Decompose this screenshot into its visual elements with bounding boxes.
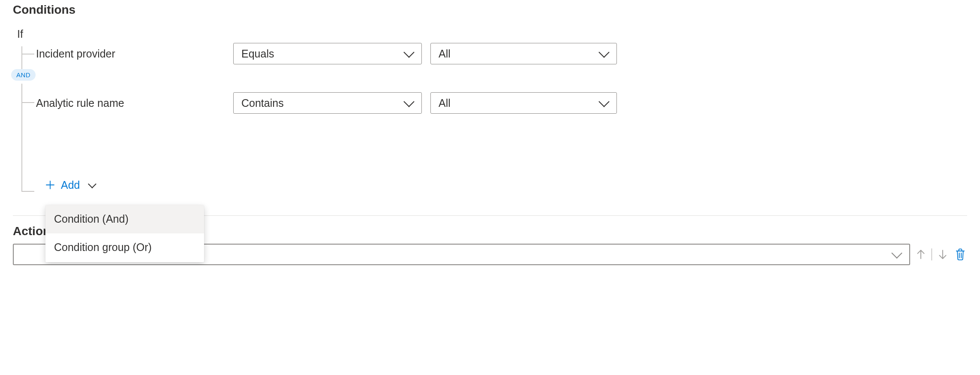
plus-icon	[45, 180, 55, 190]
condition-operator-select[interactable]: Equals	[233, 43, 422, 64]
if-label: If	[17, 27, 967, 41]
delete-action-button[interactable]	[953, 247, 967, 262]
menu-item-condition-group-or[interactable]: Condition group (Or)	[45, 233, 204, 262]
condition-field-label: Incident provider	[36, 47, 225, 61]
move-action-up-button[interactable]	[914, 247, 927, 262]
tree-line-h-2	[21, 102, 34, 103]
condition-operator-value: Equals	[241, 47, 274, 61]
tree-line-h-1	[21, 54, 34, 54]
add-condition-button[interactable]: Add	[21, 178, 967, 192]
chevron-down-icon	[88, 180, 97, 188]
condition-value: All	[439, 96, 451, 110]
add-condition-menu: Condition (And) Condition group (Or)	[45, 205, 204, 262]
tree-line-vertical-top	[21, 46, 22, 69]
chevron-down-icon	[403, 96, 414, 107]
condition-value-select[interactable]: All	[430, 92, 617, 114]
condition-value: All	[439, 47, 451, 61]
condition-value-select[interactable]: All	[430, 43, 617, 64]
conditions-section-title: Conditions	[13, 2, 967, 18]
condition-operator-value: Contains	[241, 96, 284, 110]
tree-line-vertical-bottom	[21, 84, 22, 191]
move-action-down-button[interactable]	[936, 247, 949, 262]
add-condition-label: Add	[61, 178, 80, 192]
chevron-down-icon	[891, 248, 902, 258]
tree-line-h-add	[21, 191, 34, 192]
icon-divider	[932, 248, 932, 260]
condition-field-label: Analytic rule name	[36, 96, 225, 110]
chevron-down-icon	[403, 47, 414, 57]
condition-operator-select[interactable]: Contains	[233, 92, 422, 114]
logical-operator-badge: AND	[11, 69, 36, 81]
condition-row: Incident provider Equals All	[21, 43, 967, 64]
chevron-down-icon	[598, 96, 609, 107]
menu-item-condition-and[interactable]: Condition (And)	[45, 205, 204, 234]
condition-row: Analytic rule name Contains All	[21, 92, 967, 114]
chevron-down-icon	[598, 47, 609, 57]
